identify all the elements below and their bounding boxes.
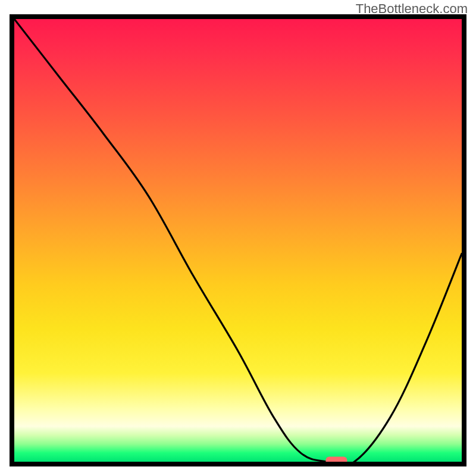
plot-frame — [10, 14, 466, 466]
curve-path — [14, 19, 462, 466]
bottleneck-curve — [14, 19, 462, 462]
optimum-marker — [325, 457, 347, 465]
chart-canvas: TheBottleneck.com — [0, 0, 476, 476]
watermark-text: TheBottleneck.com — [356, 1, 468, 17]
